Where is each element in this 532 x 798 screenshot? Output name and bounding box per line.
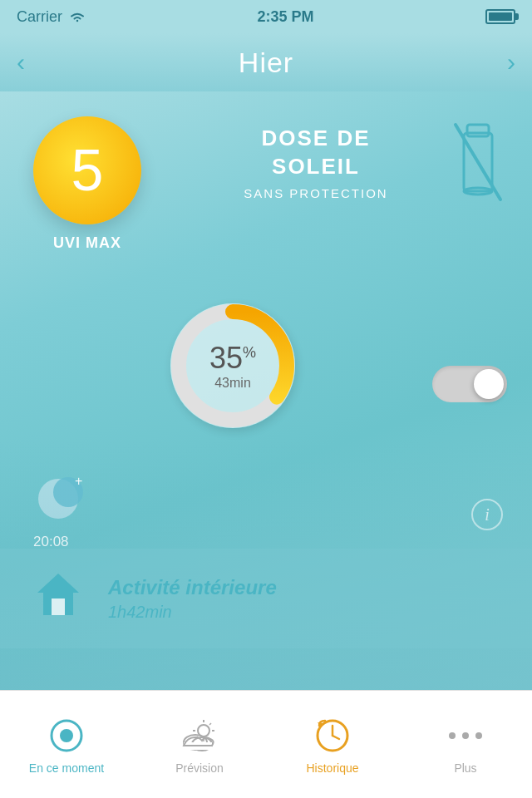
svg-text:+: + [75, 474, 82, 488]
nav-label-en-ce-moment: En ce moment [29, 761, 104, 775]
svg-line-19 [209, 723, 211, 725]
uvi-label: UVI MAX [33, 233, 141, 254]
toggle-container [432, 366, 507, 402]
sun-cloud-icon [179, 719, 220, 752]
activity-title: Activité intérieure [108, 576, 277, 599]
nav-icon-prevision [179, 715, 220, 756]
uvi-circle: 5 [33, 116, 141, 224]
activity-text: Activité intérieure 1h42min [108, 576, 277, 622]
svg-rect-11 [52, 598, 65, 615]
activity-section: Activité intérieure 1h42min [0, 549, 532, 648]
nav-icon-en-ce-moment [46, 715, 87, 756]
nav-next-button[interactable]: › [507, 50, 515, 75]
uvi-value: 5 [71, 141, 104, 200]
more-dots-icon [447, 727, 484, 744]
nav-label-prevision: Prévision [175, 761, 224, 775]
nav-item-prevision[interactable]: Prévision [133, 715, 266, 775]
clock-history-icon [314, 717, 351, 754]
nav-item-plus[interactable]: Plus [399, 715, 532, 775]
header: ‹ Hier › [0, 33, 532, 91]
nav-icon-plus [445, 715, 486, 756]
svg-point-29 [462, 732, 469, 739]
moon-icon: + [33, 474, 83, 524]
status-time: 2:35 PM [257, 8, 313, 26]
sunset-section: + 20:08 [33, 474, 83, 550]
house-svg [33, 569, 83, 619]
donut-percent: 35% [209, 341, 256, 376]
battery-indicator [485, 9, 515, 24]
svg-point-30 [475, 732, 482, 739]
nav-label-historique: Historique [306, 761, 358, 775]
svg-point-28 [449, 732, 456, 739]
donut-chart: 35% 43min [150, 283, 316, 449]
house-icon [33, 569, 83, 628]
circle-dot-icon [47, 717, 86, 755]
page-title: Hier [239, 47, 293, 79]
sunscreen-icon [449, 116, 507, 208]
sunset-time: 20:08 [33, 534, 83, 550]
dose-title: DOSE DESOLEIL [183, 125, 449, 181]
svg-line-26 [332, 736, 339, 739]
nav-label-plus: Plus [454, 761, 476, 775]
donut-time: 43min [209, 376, 256, 391]
svg-point-13 [60, 729, 73, 742]
info-button[interactable]: i [471, 499, 503, 530]
wifi-icon [69, 11, 86, 23]
activity-duration: 1h42min [108, 603, 277, 622]
nav-icon-historique [312, 715, 353, 756]
main-content: 5 UVI MAX DOSE DESOLEIL SANS PROTECTION [0, 91, 532, 690]
nav-prev-button[interactable]: ‹ [17, 50, 25, 75]
toggle-thumb [474, 369, 504, 399]
bottom-nav: En ce moment Prévision [0, 690, 532, 798]
nav-item-historique[interactable]: Historique [266, 715, 399, 775]
donut-center-label: 35% 43min [209, 341, 256, 391]
svg-rect-1 [467, 125, 489, 136]
protection-toggle[interactable] [432, 366, 507, 402]
dose-subtitle: SANS PROTECTION [183, 186, 449, 200]
nav-item-en-ce-moment[interactable]: En ce moment [0, 715, 133, 775]
carrier-label: Carrier [17, 8, 62, 26]
dose-info: DOSE DESOLEIL SANS PROTECTION [183, 125, 449, 200]
status-bar: Carrier 2:35 PM [0, 0, 532, 33]
battery-fill [489, 12, 512, 21]
carrier-wifi: Carrier [17, 8, 86, 26]
